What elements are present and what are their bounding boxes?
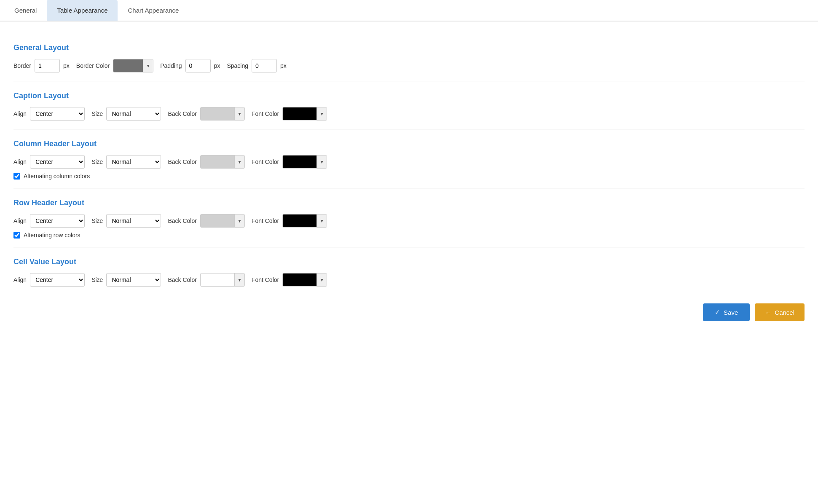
general-layout-title: General Layout — [13, 43, 805, 52]
caption-align-label: Align — [13, 110, 27, 117]
cell-size-select[interactable]: Small Normal Large — [106, 273, 161, 287]
col-header-back-color-button[interactable]: ▼ — [200, 155, 245, 169]
divider-2 — [13, 129, 805, 129]
caption-font-color-swatch — [283, 107, 316, 120]
row-header-align-label: Align — [13, 217, 27, 224]
cancel-button[interactable]: ← Cancel — [755, 303, 805, 321]
caption-font-color-arrow-icon: ▼ — [316, 107, 327, 120]
caption-layout-section: Caption Layout Align Left Center Right S… — [13, 91, 805, 121]
border-input[interactable] — [35, 59, 60, 72]
col-alternating-checkbox[interactable] — [13, 173, 20, 180]
border-color-arrow-icon: ▼ — [143, 59, 153, 72]
border-group: Border px — [13, 59, 70, 72]
spacing-label: Spacing — [227, 62, 248, 69]
save-button[interactable]: ✓ Save — [703, 303, 750, 321]
caption-font-color-label: Font Color — [252, 110, 279, 117]
cell-value-layout-controls: Align Left Center Right Size Small Norma… — [13, 273, 805, 287]
cell-back-color-label: Back Color — [168, 276, 196, 283]
col-header-font-color-arrow-icon: ▼ — [316, 155, 327, 168]
border-color-swatch — [113, 59, 143, 72]
tab-bar: General Table Appearance Chart Appearanc… — [0, 0, 818, 21]
row-alternating-label: Alternating row colors — [24, 232, 80, 239]
col-header-back-color-swatch — [201, 155, 234, 168]
caption-align-group: Align Left Center Right — [13, 107, 85, 121]
caption-back-color-group: Back Color ▼ — [168, 107, 244, 121]
border-label: Border — [13, 62, 31, 69]
tab-general[interactable]: General — [4, 0, 47, 21]
divider-3 — [13, 188, 805, 188]
spacing-px: px — [280, 62, 287, 69]
cell-font-color-group: Font Color ▼ — [252, 273, 327, 287]
cancel-icon: ← — [765, 309, 771, 316]
general-layout-controls: Border px Border Color ▼ Padding px Spac… — [13, 59, 805, 72]
cell-size-label: Size — [91, 276, 103, 283]
row-alternating-row: Alternating row colors — [13, 232, 805, 239]
col-header-back-color-label: Back Color — [168, 158, 196, 165]
row-header-font-color-swatch — [283, 214, 316, 227]
caption-back-color-button[interactable]: ▼ — [200, 107, 245, 121]
save-icon: ✓ — [715, 308, 720, 316]
row-header-align-group: Align Left Center Right — [13, 214, 85, 228]
row-header-size-select[interactable]: Small Normal Large — [106, 214, 161, 228]
row-header-font-color-label: Font Color — [252, 217, 279, 224]
cell-back-color-arrow-icon: ▼ — [234, 273, 244, 286]
row-header-align-select[interactable]: Left Center Right — [30, 214, 85, 228]
general-layout-section: General Layout Border px Border Color ▼ … — [13, 43, 805, 72]
cell-back-color-swatch — [201, 273, 234, 286]
row-header-layout-title: Row Header Layout — [13, 198, 805, 207]
column-header-layout-controls: Align Left Center Right Size Small Norma… — [13, 155, 805, 169]
cell-font-color-button[interactable]: ▼ — [282, 273, 327, 287]
caption-back-color-arrow-icon: ▼ — [234, 107, 244, 120]
caption-layout-controls: Align Left Center Right Size Small Norma… — [13, 107, 805, 121]
caption-size-group: Size Small Normal Large — [91, 107, 161, 121]
tab-table-appearance[interactable]: Table Appearance — [47, 0, 118, 21]
row-header-font-color-group: Font Color ▼ — [252, 214, 327, 228]
row-alternating-checkbox[interactable] — [13, 232, 20, 239]
save-label: Save — [724, 309, 738, 316]
col-header-font-color-button[interactable]: ▼ — [282, 155, 327, 169]
caption-size-select[interactable]: Small Normal Large — [106, 107, 161, 121]
row-header-back-color-button[interactable]: ▼ — [200, 214, 245, 228]
col-header-font-color-label: Font Color — [252, 158, 279, 165]
row-header-back-color-arrow-icon: ▼ — [234, 214, 244, 227]
col-header-size-select[interactable]: Small Normal Large — [106, 155, 161, 169]
border-color-label: Border Color — [76, 62, 110, 69]
row-header-back-color-group: Back Color ▼ — [168, 214, 244, 228]
caption-font-color-button[interactable]: ▼ — [282, 107, 327, 121]
cell-back-color-group: Back Color ▼ — [168, 273, 244, 287]
caption-back-color-swatch — [201, 107, 234, 120]
row-header-font-color-button[interactable]: ▼ — [282, 214, 327, 228]
padding-input[interactable] — [185, 59, 211, 72]
cell-back-color-button[interactable]: ▼ — [200, 273, 245, 287]
cell-align-label: Align — [13, 276, 27, 283]
caption-layout-title: Caption Layout — [13, 91, 805, 100]
padding-label: Padding — [160, 62, 182, 69]
tab-chart-appearance[interactable]: Chart Appearance — [118, 0, 189, 21]
cell-align-select[interactable]: Left Center Right — [30, 273, 85, 287]
col-header-align-label: Align — [13, 158, 27, 165]
row-header-layout-section: Row Header Layout Align Left Center Righ… — [13, 198, 805, 239]
row-header-size-label: Size — [91, 217, 103, 224]
col-header-align-group: Align Left Center Right — [13, 155, 85, 169]
row-header-back-color-swatch — [201, 214, 234, 227]
col-header-font-color-swatch — [283, 155, 316, 168]
row-header-font-color-arrow-icon: ▼ — [316, 214, 327, 227]
caption-align-select[interactable]: Left Center Right — [30, 107, 85, 121]
caption-font-color-group: Font Color ▼ — [252, 107, 327, 121]
cell-size-group: Size Small Normal Large — [91, 273, 161, 287]
col-header-align-select[interactable]: Left Center Right — [30, 155, 85, 169]
spacing-group: Spacing px — [227, 59, 286, 72]
divider-1 — [13, 81, 805, 81]
cancel-label: Cancel — [775, 309, 794, 316]
caption-size-label: Size — [91, 110, 103, 117]
border-color-button[interactable]: ▼ — [113, 59, 153, 72]
padding-px: px — [214, 62, 220, 69]
row-header-layout-controls: Align Left Center Right Size Small Norma… — [13, 214, 805, 228]
cell-font-color-swatch — [283, 273, 316, 286]
footer-buttons: ✓ Save ← Cancel — [13, 303, 805, 330]
column-header-layout-section: Column Header Layout Align Left Center R… — [13, 139, 805, 180]
spacing-input[interactable] — [252, 59, 277, 72]
cell-align-group: Align Left Center Right — [13, 273, 85, 287]
col-alternating-label: Alternating column colors — [24, 173, 90, 180]
col-header-size-group: Size Small Normal Large — [91, 155, 161, 169]
